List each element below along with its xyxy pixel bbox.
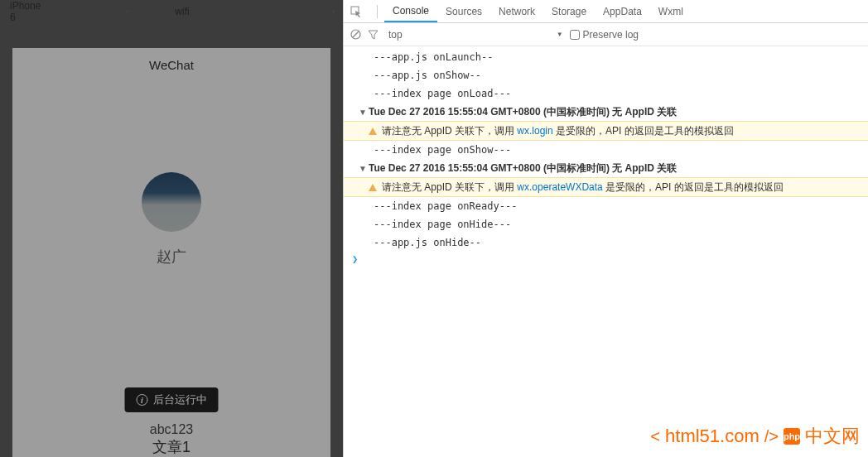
info-icon: i bbox=[137, 394, 148, 406]
warning-icon bbox=[369, 184, 377, 191]
log-line: ---index page onReady--- bbox=[344, 197, 868, 215]
log-line: ---index page onHide--- bbox=[344, 215, 868, 233]
console-prompt[interactable]: ❯ bbox=[344, 252, 868, 267]
device-bar: iPhone 6 ▼ wifi ▼ bbox=[0, 0, 343, 23]
preserve-log-label: Preserve log bbox=[583, 29, 639, 41]
network-label: wifi bbox=[175, 6, 189, 17]
filter-icon[interactable] bbox=[368, 29, 379, 40]
tab-console[interactable]: Console bbox=[384, 0, 437, 22]
tab-network[interactable]: Network bbox=[490, 0, 543, 22]
log-group[interactable]: ▼Tue Dec 27 2016 15:55:04 GMT+0800 (中国标准… bbox=[344, 103, 868, 121]
bottom-text-1: abc123 bbox=[150, 422, 194, 437]
angle-bracket-icon: /> bbox=[764, 427, 779, 446]
collapse-arrow-icon[interactable]: ▼ bbox=[359, 162, 369, 175]
devtools-panel: Console Sources Network Storage AppData … bbox=[343, 0, 868, 457]
context-select[interactable]: top bbox=[388, 29, 403, 41]
preserve-log-checkbox[interactable] bbox=[570, 30, 580, 40]
bg-running-label: 后台运行中 bbox=[153, 392, 207, 407]
avatar[interactable] bbox=[142, 172, 201, 232]
chevron-down-icon[interactable]: ▼ bbox=[557, 31, 563, 38]
chevron-down-icon: ▼ bbox=[123, 8, 130, 16]
log-warning: 请注意无 AppID 关联下，调用 wx.login 是受限的，API 的返回是… bbox=[344, 121, 868, 141]
divider bbox=[377, 5, 378, 18]
simulator-panel: iPhone 6 ▼ wifi ▼ WeChat 赵广 i 后台运行中 bbox=[0, 0, 343, 457]
devtools-tabs: Console Sources Network Storage AppData … bbox=[344, 0, 868, 23]
phone-screen: WeChat 赵广 i 后台运行中 abc123 文章1 bbox=[12, 48, 330, 457]
element-picker-icon[interactable] bbox=[349, 4, 364, 19]
watermark: < html51.com /> php 中文网 bbox=[650, 424, 860, 449]
log-warning: 请注意无 AppID 关联下，调用 wx.operateWXData 是受限的，… bbox=[344, 177, 868, 197]
app-title: WeChat bbox=[149, 58, 194, 72]
chevron-down-icon: ▼ bbox=[330, 8, 337, 16]
log-line: ---index page onShow--- bbox=[344, 141, 868, 159]
tab-appdata[interactable]: AppData bbox=[595, 0, 650, 22]
username-label: 赵广 bbox=[157, 247, 186, 267]
log-line: ---app.js onShow-- bbox=[344, 66, 868, 84]
collapse-arrow-icon[interactable]: ▼ bbox=[359, 106, 369, 118]
network-select[interactable]: wifi ▼ bbox=[140, 6, 346, 17]
tab-storage[interactable]: Storage bbox=[543, 0, 595, 22]
tab-wxml[interactable]: Wxml bbox=[650, 0, 692, 22]
warning-icon bbox=[369, 127, 377, 135]
watermark-text: html51.com bbox=[665, 426, 760, 447]
log-group[interactable]: ▼Tue Dec 27 2016 15:55:04 GMT+0800 (中国标准… bbox=[344, 159, 868, 177]
console-toolbar: top ▼ Preserve log bbox=[344, 23, 868, 46]
svg-line-2 bbox=[353, 31, 359, 37]
bottom-text-2: 文章1 bbox=[150, 437, 194, 457]
background-running-badge: i 后台运行中 bbox=[125, 387, 219, 412]
device-label: iPhone 6 bbox=[10, 0, 41, 23]
device-select[interactable]: iPhone 6 ▼ bbox=[0, 0, 140, 23]
log-line: ---app.js onLaunch-- bbox=[344, 48, 868, 66]
watermark-logo: php bbox=[784, 428, 800, 445]
clear-console-icon[interactable] bbox=[350, 29, 361, 40]
preserve-log[interactable]: Preserve log bbox=[570, 29, 639, 41]
watermark-text2: 中文网 bbox=[805, 424, 860, 449]
tab-sources[interactable]: Sources bbox=[437, 0, 490, 22]
phone-frame: WeChat 赵广 i 后台运行中 abc123 文章1 bbox=[0, 23, 343, 457]
log-line: ---app.js onHide-- bbox=[344, 233, 868, 252]
bottom-texts: abc123 文章1 bbox=[150, 422, 194, 457]
app-header: WeChat bbox=[12, 48, 330, 81]
console-output[interactable]: ---app.js onLaunch-- ---app.js onShow-- … bbox=[344, 46, 868, 457]
app-content: 赵广 i 后台运行中 abc123 文章1 bbox=[12, 81, 330, 457]
log-line: ---index page onLoad--- bbox=[344, 84, 868, 103]
angle-bracket-icon: < bbox=[650, 427, 660, 446]
